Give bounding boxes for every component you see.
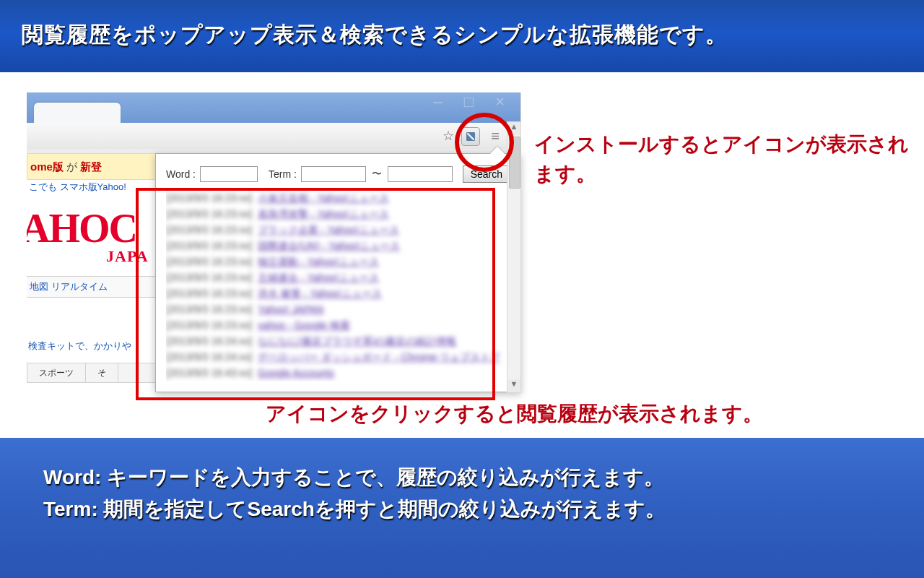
history-row[interactable]: [2013/9/3 16:24:xx]なになに(最近ブラウザ系)の最近の統計情報	[166, 333, 510, 349]
top-banner-text: 閲覧履歴をポップアップ表示＆検索できるシンプルな拡張機能です。	[22, 20, 728, 50]
word-label: Word :	[166, 168, 196, 180]
history-row[interactable]: [2013/9/3 16:43:xx]Google Accounts	[166, 365, 510, 381]
subpromo-link[interactable]: こでも スマホ版Yahoo!	[27, 181, 126, 194]
history-row[interactable]: [2013/9/3 16:24:xx]デベロッパー ダッシュボード - Chro…	[166, 349, 510, 365]
history-link[interactable]: デベロッパー ダッシュボード - Chrome ウェブストア	[258, 351, 500, 363]
window-controls: – □ ×	[433, 92, 513, 105]
annotation-install-text: インストールするとアイコンが表示されます。	[534, 130, 910, 189]
history-row[interactable]: [2013/9/3 16:23:xx]洪水 被害 - Yahoo!ニュース	[166, 285, 510, 301]
popup-search-form: Word : Term : 〜 Search	[166, 164, 510, 184]
yahoo-logo-sub: JAPA	[106, 247, 149, 266]
page-background: ome版 が 新登 こでも スマホ版Yahoo! AHOC JAPA 地図 リア…	[27, 153, 155, 392]
history-date: [2013/9/3 16:23:xx]	[166, 319, 252, 331]
tilde-separator: 〜	[370, 168, 383, 181]
scroll-up-icon[interactable]: ▲	[507, 122, 520, 135]
page-mid-text[interactable]: 検査キットで、かかりや	[27, 340, 131, 353]
history-date: [2013/9/3 16:23:xx]	[166, 240, 252, 251]
history-row[interactable]: [2013/9/3 16:23:xx]Yahoo! JAPAN	[166, 301, 510, 317]
history-link[interactable]: Google Accounts	[258, 367, 334, 379]
bottom-line-1: Word: キーワードを入力することで、履歴の絞り込みが行えます。	[43, 464, 664, 491]
history-row[interactable]: [2013/9/3 16:23:xx]yahoo - Google 検索	[166, 317, 510, 333]
history-date: [2013/9/3 16:23:xx]	[166, 272, 252, 283]
yahoo-search-tabs[interactable]: 地図 リアルタイム	[27, 276, 155, 298]
term-to-input[interactable]	[388, 166, 453, 182]
history-link[interactable]: 小泉元首相 - Yahoo!ニュース	[258, 192, 389, 204]
history-link[interactable]: ブラック企業 - Yahoo!ニュース	[258, 224, 399, 236]
yahoo-logo: AHOC	[27, 205, 136, 251]
browser-toolbar: ☆ ≡	[27, 123, 520, 150]
history-extension-glyph-icon	[465, 131, 476, 142]
history-date: [2013/9/3 16:23:xx]	[166, 208, 252, 220]
top-banner: 閲覧履歴をポップアップ表示＆検索できるシンプルな拡張機能です。	[0, 0, 924, 72]
history-date: [2013/9/3 16:24:xx]	[166, 335, 252, 347]
history-row[interactable]: [2013/9/3 16:23:xx]ブラック企業 - Yahoo!ニュース	[166, 222, 510, 238]
browser-tab[interactable]	[34, 103, 121, 123]
browser-titlebar: – □ ×	[27, 92, 520, 124]
history-date: [2013/9/3 16:24:xx]	[166, 351, 252, 363]
scroll-down-icon[interactable]: ▼	[507, 379, 520, 392]
popup-pointer-icon	[490, 147, 505, 154]
bookmark-star-icon[interactable]: ☆	[440, 127, 457, 144]
page-scrollbar[interactable]: ▲ ▼	[507, 121, 521, 393]
term-from-input[interactable]	[301, 166, 366, 182]
history-date: [2013/9/3 16:23:xx]	[166, 288, 252, 299]
promo-strip: ome版 が 新登	[27, 153, 155, 180]
browser-window: – □ × ☆ ≡ ome版 が 新登 こでも スマホ版Yahoo! AHOC …	[27, 92, 521, 392]
history-date: [2013/9/3 16:43:xx]	[166, 367, 252, 379]
history-link[interactable]: 洪水 被害 - Yahoo!ニュース	[258, 288, 382, 299]
history-row[interactable]: [2013/9/3 16:23:xx]真珠湾攻撃 - Yahoo!ニュース	[166, 206, 510, 222]
term-label: Term :	[269, 168, 297, 180]
history-date: [2013/9/3 16:23:xx]	[166, 303, 252, 315]
history-link[interactable]: 主婦連合 - Yahoo!ニュース	[258, 272, 379, 283]
history-link[interactable]: Yahoo! JAPAN	[258, 303, 323, 315]
history-row[interactable]: [2013/9/3 16:23:xx]主婦連合 - Yahoo!ニュース	[166, 269, 510, 285]
extension-icon[interactable]	[461, 127, 480, 146]
history-list: [2013/9/3 16:23:xx]小泉元首相 - Yahoo!ニュース[20…	[166, 190, 510, 381]
history-date: [2013/9/3 16:23:xx]	[166, 224, 252, 236]
history-link[interactable]: yahoo - Google 検索	[258, 319, 350, 331]
history-link[interactable]: なになに(最近ブラウザ系)の最近の統計情報	[258, 335, 456, 347]
bottom-banner: Word: キーワードを入力することで、履歴の絞り込みが行えます。 Term: …	[0, 438, 924, 578]
word-input[interactable]	[200, 166, 258, 182]
history-date: [2013/9/3 16:23:xx]	[166, 256, 252, 267]
hamburger-menu-icon[interactable]: ≡	[486, 127, 503, 144]
history-link[interactable]: 独立運動 - Yahoo!ニュース	[258, 256, 379, 267]
history-link[interactable]: 国際連合(UN) - Yahoo!ニュース	[258, 240, 400, 251]
page-bottom-tabs[interactable]: スポーツそ	[27, 363, 155, 383]
history-link[interactable]: 真珠湾攻撃 - Yahoo!ニュース	[258, 208, 389, 220]
history-row[interactable]: [2013/9/3 16:23:xx]国際連合(UN) - Yahoo!ニュース	[166, 238, 510, 254]
scroll-thumb[interactable]	[509, 137, 520, 189]
extension-popup: Word : Term : 〜 Search [2013/9/3 16:23:x…	[155, 153, 521, 392]
search-button[interactable]: Search	[463, 165, 510, 183]
history-row[interactable]: [2013/9/3 16:23:xx]独立運動 - Yahoo!ニュース	[166, 254, 510, 269]
history-row[interactable]: [2013/9/3 16:23:xx]小泉元首相 - Yahoo!ニュース	[166, 190, 510, 206]
bottom-line-2: Term: 期間を指定してSearchを押すと期間の絞り込みが行えます。	[43, 496, 666, 523]
history-date: [2013/9/3 16:23:xx]	[166, 192, 252, 204]
annotation-click-text: アイコンをクリックすると閲覧履歴が表示されます。	[266, 400, 915, 428]
